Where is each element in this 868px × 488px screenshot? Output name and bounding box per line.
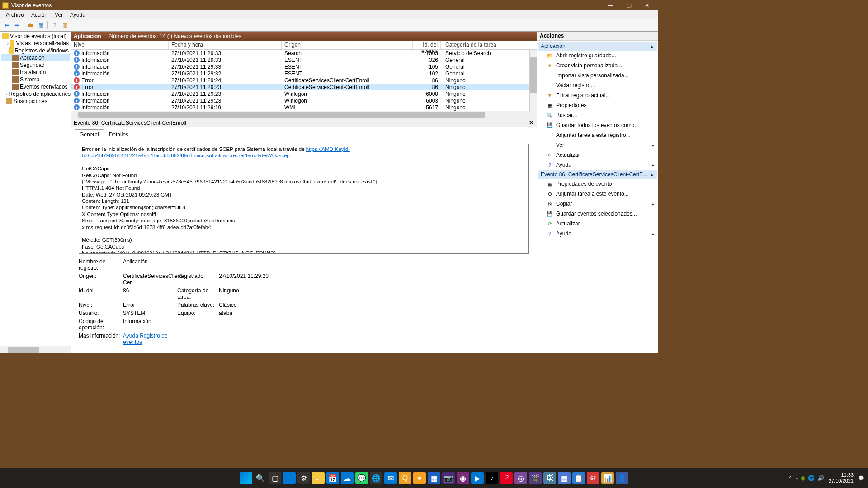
- taskbar-app-pinterest[interactable]: P: [500, 472, 513, 484]
- taskbar-app-1[interactable]: [283, 472, 296, 484]
- taskbar-app-photos[interactable]: 🖼: [543, 472, 556, 484]
- taskbar-app-calendar[interactable]: 📅: [326, 472, 339, 484]
- tree-forwarded[interactable]: Eventos reenviados: [1, 83, 70, 90]
- taskbar-app-clipchamp[interactable]: 🎬: [529, 472, 542, 484]
- action-help[interactable]: ?Ayuda▸: [538, 160, 657, 170]
- action-help2[interactable]: ?Ayuda▸: [538, 229, 657, 239]
- tree-system[interactable]: Sistema: [1, 76, 70, 83]
- action-event-props[interactable]: ▦Propiedades de evento: [538, 179, 657, 189]
- table-row[interactable]: !Error27/10/2021 11:29:23CertificateServ…: [71, 84, 537, 90]
- action-save-selected[interactable]: 💾Guardar eventos seleccionados...: [538, 209, 657, 219]
- action-refresh[interactable]: ⟳Actualizar: [538, 150, 657, 160]
- action-view[interactable]: Ver▸: [538, 140, 657, 150]
- taskbar-app-mail[interactable]: ✉: [384, 472, 397, 484]
- taskbar-app-settings[interactable]: ⚙: [297, 472, 310, 484]
- tree-subscriptions[interactable]: Suscripciones: [1, 98, 70, 105]
- col-datetime[interactable]: Fecha y hora: [169, 41, 282, 49]
- clock[interactable]: 11:33 27/10/2021: [829, 472, 854, 484]
- taskbar-app-7[interactable]: ◎: [514, 472, 527, 484]
- taskbar-app-onedrive[interactable]: ☁: [341, 472, 354, 484]
- tray-icon[interactable]: ▫: [796, 475, 798, 481]
- forward-button[interactable]: ➡: [12, 21, 21, 30]
- taskbar-app-5[interactable]: 📷: [442, 472, 455, 484]
- tray-volume-icon[interactable]: 🔊: [817, 475, 824, 481]
- action-refresh2[interactable]: ⟳Actualizar: [538, 219, 657, 229]
- col-event-id[interactable]: Id. del evento: [413, 41, 441, 49]
- table-row[interactable]: !Error27/10/2021 11:29:24CertificateServ…: [71, 77, 537, 84]
- taskbar-app-chrome[interactable]: 🌐: [370, 472, 382, 484]
- error-message-box[interactable]: Error en la inicialización de la inscrip…: [79, 144, 529, 254]
- table-row[interactable]: iInformación27/10/2021 11:29:33Search100…: [71, 50, 537, 56]
- menu-ayuda[interactable]: Ayuda: [66, 11, 89, 19]
- taskbar-app-aida64[interactable]: 64: [587, 472, 599, 484]
- table-row[interactable]: iInformación27/10/2021 11:29:33ESENT326G…: [71, 56, 537, 63]
- action-find[interactable]: 🔍Buscar...: [538, 110, 657, 120]
- tree-root[interactable]: Visor de eventos (local): [1, 33, 70, 40]
- list-vertical-scrollbar[interactable]: [529, 50, 537, 111]
- action-import-custom[interactable]: Importar vista personalizada...: [538, 70, 657, 80]
- detail-close-button[interactable]: ✕: [529, 119, 534, 126]
- action-copy[interactable]: ⎘Copiar▸: [538, 199, 657, 209]
- tree-horizontal-scrollbar[interactable]: [0, 346, 71, 353]
- tree-app-services[interactable]: ›Registros de aplicaciones y s: [1, 90, 70, 98]
- action-attach-task-event[interactable]: ⊕Adjuntar tarea a este evento...: [538, 189, 657, 199]
- toolbar-btn-2[interactable]: ▦: [36, 21, 45, 30]
- taskbar-app-explorer[interactable]: 🗂: [312, 472, 325, 484]
- tree-custom-views[interactable]: ›Vistas personalizadas: [1, 40, 70, 47]
- action-save-all[interactable]: 💾Guardar todos los eventos como...: [538, 120, 657, 130]
- action-filter-log[interactable]: ▼Filtrar registro actual...: [538, 90, 657, 100]
- taskbar-app-8[interactable]: ▦: [558, 472, 571, 484]
- taskbar-app-11[interactable]: 👤: [616, 472, 628, 484]
- more-info-link[interactable]: Ayuda Registro de eventos: [123, 333, 168, 345]
- action-attach-task[interactable]: Adjuntar tarea a este registro...: [538, 130, 657, 140]
- menu-archivo[interactable]: Archivo: [2, 11, 28, 19]
- list-horizontal-scrollbar[interactable]: [71, 111, 529, 118]
- taskbar-app-6[interactable]: ◉: [457, 472, 469, 484]
- action-clear-log[interactable]: Vaciar registro...: [538, 80, 657, 90]
- action-open-saved[interactable]: 📂Abrir registro guardado...: [538, 51, 657, 61]
- taskbar-app-movies[interactable]: ▶: [471, 472, 484, 484]
- menu-ver[interactable]: Ver: [51, 11, 66, 19]
- tree-installation[interactable]: Instalación: [1, 69, 70, 76]
- taskbar-app-whatsapp[interactable]: 💬: [355, 472, 368, 484]
- maximize-button[interactable]: ▢: [620, 0, 638, 10]
- col-level[interactable]: Nivel: [71, 41, 169, 49]
- tray-nvidia-icon[interactable]: ◉: [801, 475, 805, 481]
- tree-windows-logs[interactable]: ⌄Registros de Windows: [1, 47, 70, 54]
- minimize-button[interactable]: —: [602, 0, 620, 10]
- table-row[interactable]: iInformación27/10/2021 11:29:19WMI5617Ni…: [71, 104, 537, 111]
- table-row[interactable]: iInformación27/10/2021 11:29:23Winlogon6…: [71, 97, 537, 104]
- col-category[interactable]: Categoría de la tarea: [441, 41, 504, 49]
- action-properties[interactable]: ▦Propiedades: [538, 100, 657, 110]
- table-row[interactable]: iInformación27/10/2021 11:29:23Winlogon6…: [71, 90, 537, 97]
- titlebar[interactable]: Visor de eventos — ▢ ✕: [0, 0, 658, 10]
- taskbar-app-9[interactable]: 📋: [572, 472, 585, 484]
- start-button[interactable]: [240, 472, 252, 484]
- tree-application[interactable]: Aplicación: [1, 54, 70, 61]
- task-view-button[interactable]: ▢: [269, 472, 281, 484]
- table-row[interactable]: iInformación27/10/2021 11:29:32ESENT102G…: [71, 70, 537, 77]
- taskbar-app-4[interactable]: ▦: [428, 472, 440, 484]
- taskbar-app-10[interactable]: 📊: [601, 472, 614, 484]
- tray-show-hidden-icon[interactable]: ^: [789, 475, 792, 481]
- taskbar-app-2[interactable]: Q: [399, 472, 411, 484]
- action-create-custom[interactable]: ▼Crear vista personalizada...: [538, 61, 657, 70]
- actions-section-event[interactable]: Evento 86, CertificateServicesClient-Cer…: [538, 170, 657, 179]
- tab-general[interactable]: General: [75, 129, 104, 140]
- taskbar-app-tiktok[interactable]: ♪: [486, 472, 498, 484]
- taskbar-app-3[interactable]: ●: [413, 472, 426, 484]
- search-button[interactable]: 🔍: [254, 472, 267, 484]
- close-button[interactable]: ✕: [638, 0, 656, 10]
- show-hide-tree-button[interactable]: 🖿: [26, 21, 35, 30]
- tree-security[interactable]: Seguridad: [1, 61, 70, 69]
- back-button[interactable]: ⬅: [2, 21, 11, 30]
- col-source[interactable]: Origen: [282, 41, 413, 49]
- menu-accion[interactable]: Acción: [28, 11, 51, 19]
- tab-details[interactable]: Detalles: [104, 129, 133, 140]
- actions-section-application[interactable]: Aplicación▲: [538, 42, 657, 51]
- tray-network-icon[interactable]: 🌐: [808, 475, 815, 481]
- notifications-button[interactable]: 💬: [858, 475, 864, 481]
- help-button[interactable]: ?: [50, 21, 59, 30]
- toolbar-btn-3[interactable]: ▥: [60, 21, 69, 30]
- table-row[interactable]: iInformación27/10/2021 11:29:33ESENT105G…: [71, 63, 537, 70]
